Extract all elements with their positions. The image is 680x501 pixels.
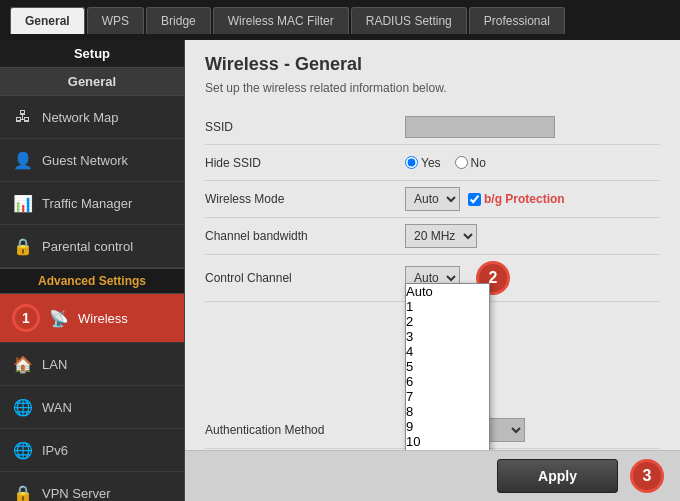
ssid-input[interactable] <box>405 116 555 138</box>
dropdown-item-4[interactable]: 4 <box>406 344 489 359</box>
ipv6-icon: 🌐 <box>12 439 34 461</box>
auth-method-label: Authentication Method <box>205 423 405 437</box>
sidebar-item-wan[interactable]: 🌐 WAN <box>0 386 184 429</box>
tab-bridge[interactable]: Bridge <box>146 7 211 34</box>
ssid-label: SSID <box>205 120 405 134</box>
dropdown-item-auto[interactable]: Auto <box>406 284 489 299</box>
wireless-mode-select[interactable]: Auto <box>405 187 460 211</box>
protection-checkbox[interactable] <box>468 193 481 206</box>
sidebar-item-traffic-manager[interactable]: 📊 Traffic Manager <box>0 182 184 225</box>
tab-wireless-mac-filter[interactable]: Wireless MAC Filter <box>213 7 349 34</box>
hide-ssid-field: Yes No <box>405 156 660 170</box>
step1-circle: 1 <box>12 304 40 332</box>
vpn-server-icon: 🔒 <box>12 482 34 501</box>
sidebar-item-network-map[interactable]: 🖧 Network Map <box>0 96 184 139</box>
main-layout: Setup General 🖧 Network Map 👤 Guest Netw… <box>0 40 680 501</box>
channel-bandwidth-label: Channel bandwidth <box>205 229 405 243</box>
tab-professional[interactable]: Professional <box>469 7 565 34</box>
content-footer: Apply 3 <box>185 450 680 501</box>
hide-ssid-radio-group: Yes No <box>405 156 486 170</box>
hide-ssid-label: Hide SSID <box>205 156 405 170</box>
control-channel-label: Control Channel <box>205 271 405 285</box>
sidebar-item-wireless-label: Wireless <box>78 311 128 326</box>
channel-bandwidth-field: 20 MHz 40 MHz <box>405 224 660 248</box>
guest-network-icon: 👤 <box>12 149 34 171</box>
dropdown-item-8[interactable]: 8 <box>406 404 489 419</box>
step3-circle: 3 <box>630 459 664 493</box>
dropdown-item-10[interactable]: 10 <box>406 434 489 449</box>
network-map-icon: 🖧 <box>12 106 34 128</box>
hide-ssid-yes-option[interactable]: Yes <box>405 156 441 170</box>
dropdown-item-1[interactable]: 1 <box>406 299 489 314</box>
hide-ssid-no-radio[interactable] <box>455 156 468 169</box>
sidebar: Setup General 🖧 Network Map 👤 Guest Netw… <box>0 40 185 501</box>
advanced-settings-header: Advanced Settings <box>0 268 184 294</box>
sidebar-setup-header: Setup <box>0 40 184 68</box>
sidebar-item-ipv6-label: IPv6 <box>42 443 68 458</box>
protection-checkbox-wrap: b/g Protection <box>468 192 565 206</box>
form-row-ssid: SSID <box>205 109 660 145</box>
sidebar-item-guest-network-label: Guest Network <box>42 153 128 168</box>
channel-dropdown-list: Auto 1 2 3 4 5 6 7 8 9 10 11 <box>405 283 490 450</box>
tab-strip: General WPS Bridge Wireless MAC Filter R… <box>0 0 680 40</box>
channel-bandwidth-select[interactable]: 20 MHz 40 MHz <box>405 224 477 248</box>
active-arrow <box>162 310 172 326</box>
wireless-mode-label: Wireless Mode <box>205 192 405 206</box>
sidebar-item-wireless[interactable]: 1 📡 Wireless <box>0 294 184 343</box>
lan-icon: 🏠 <box>12 353 34 375</box>
sidebar-item-vpn-server-label: VPN Server <box>42 486 111 501</box>
apply-button[interactable]: Apply <box>497 459 618 493</box>
hide-ssid-no-option[interactable]: No <box>455 156 486 170</box>
hide-ssid-yes-radio[interactable] <box>405 156 418 169</box>
dropdown-item-7[interactable]: 7 <box>406 389 489 404</box>
tabs: General WPS Bridge Wireless MAC Filter R… <box>10 7 565 34</box>
dropdown-item-3[interactable]: 3 <box>406 329 489 344</box>
traffic-manager-icon: 📊 <box>12 192 34 214</box>
page-subtitle: Set up the wireless related information … <box>205 81 660 95</box>
sidebar-item-vpn-server[interactable]: 🔒 VPN Server <box>0 472 184 501</box>
form-row-hide-ssid: Hide SSID Yes No <box>205 145 660 181</box>
tab-general[interactable]: General <box>10 7 85 34</box>
content-area: Wireless - General Set up the wireless r… <box>185 40 680 501</box>
sidebar-item-network-map-label: Network Map <box>42 110 119 125</box>
protection-label: b/g Protection <box>484 192 565 206</box>
form-row-channel-bandwidth: Channel bandwidth 20 MHz 40 MHz <box>205 218 660 255</box>
sidebar-general-header: General <box>0 68 184 96</box>
wireless-mode-field: Auto b/g Protection <box>405 187 660 211</box>
parental-control-icon: 🔒 <box>12 235 34 257</box>
form-row-control-channel: Control Channel Auto 2 Auto 1 2 3 4 5 <box>205 255 660 302</box>
dropdown-item-9[interactable]: 9 <box>406 419 489 434</box>
sidebar-item-ipv6[interactable]: 🌐 IPv6 <box>0 429 184 472</box>
dropdown-item-2[interactable]: 2 <box>406 314 489 329</box>
sidebar-item-parental-control[interactable]: 🔒 Parental control <box>0 225 184 268</box>
sidebar-item-parental-control-label: Parental control <box>42 239 133 254</box>
control-channel-field: Auto 2 Auto 1 2 3 4 5 6 7 8 <box>405 261 660 295</box>
wan-icon: 🌐 <box>12 396 34 418</box>
ssid-field <box>405 116 660 138</box>
wireless-icon: 📡 <box>48 307 70 329</box>
tab-wps[interactable]: WPS <box>87 7 144 34</box>
dropdown-item-5[interactable]: 5 <box>406 359 489 374</box>
sidebar-item-lan-label: LAN <box>42 357 67 372</box>
page-title: Wireless - General <box>205 54 660 75</box>
sidebar-item-guest-network[interactable]: 👤 Guest Network <box>0 139 184 182</box>
dropdown-item-11[interactable]: 11 <box>406 449 489 450</box>
content-inner: Wireless - General Set up the wireless r… <box>185 40 680 450</box>
sidebar-item-traffic-manager-label: Traffic Manager <box>42 196 132 211</box>
tab-radius-setting[interactable]: RADIUS Setting <box>351 7 467 34</box>
wireless-mode-select-wrap: Auto <box>405 187 460 211</box>
sidebar-item-wan-label: WAN <box>42 400 72 415</box>
form-row-wireless-mode: Wireless Mode Auto b/g Protection <box>205 181 660 218</box>
sidebar-item-lan[interactable]: 🏠 LAN <box>0 343 184 386</box>
dropdown-item-6[interactable]: 6 <box>406 374 489 389</box>
